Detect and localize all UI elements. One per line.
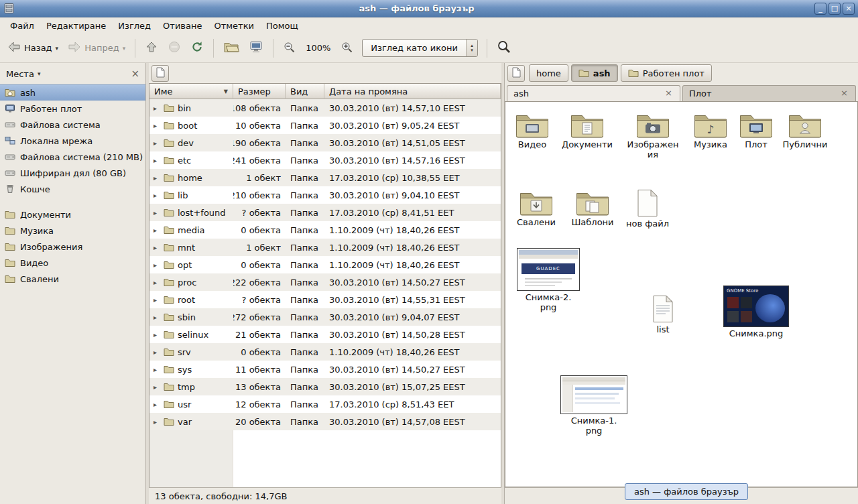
sidebar-item-4[interactable]: Файлова система (210 MB) [0,149,145,165]
back-button[interactable]: Назад ▾ [3,37,62,59]
menu-item-3[interactable]: Отиване [157,19,208,33]
sidebar-item-1[interactable]: Работен плот [0,101,145,117]
forward-button[interactable]: Напред ▾ [64,37,129,59]
icon-label: Снимка-2. png [526,292,572,312]
stop-button[interactable] [164,37,185,59]
tree-row[interactable]: ▸proc222 обектаПапка30.03.2010 (вт) 14,5… [149,273,501,291]
maximize-button[interactable]: □ [829,3,841,15]
menu-item-4[interactable]: Отметки [208,19,259,33]
view-mode-select[interactable]: Изглед като икони ▴▾ [362,39,478,57]
tree-row[interactable]: ▸home1 обектПапка17.03.2010 (ср) 10,38,5… [149,169,501,186]
tree-row[interactable]: ▸var20 обектаПапка30.03.2010 (вт) 14,57,… [149,413,501,430]
zoom-in-button[interactable] [336,38,357,59]
icon-item-2[interactable]: Изображен ия [627,111,678,160]
file-modified: 1.10.2009 (чт) 18,40,26 EEST [324,256,501,273]
tree-row[interactable]: ▸dev190 обектаПапка30.03.2010 (вт) 14,51… [149,134,501,151]
tree-row[interactable]: ▸media0 обектаПапка1.10.2009 (чт) 18,40,… [149,221,501,239]
tree-row[interactable]: ▸srv0 обектаПапка1.10.2009 (чт) 18,40,26… [149,343,501,361]
tree-row[interactable]: ▸bin108 обектаПапка30.03.2010 (вт) 14,57… [149,99,501,117]
sidebar-item-0[interactable]: ash [0,84,145,101]
icon-item-10[interactable]: list [637,295,688,334]
sidebar-separator [0,197,145,206]
icon-item-11[interactable]: GNOME StoreСнимка.png [721,286,791,338]
status-text: 13 обекта, свободни: 14,7GB [155,491,287,501]
tree-row[interactable]: ▸tmp13 обектаПапка30.03.2010 (вт) 15,07,… [149,378,501,395]
forward-dropdown-icon: ▾ [123,45,126,52]
expander-icon: ▸ [154,383,160,391]
icon-item-3[interactable]: ♪Музика [685,111,736,149]
sidebar-item-11[interactable]: Видео [0,255,145,271]
icon-canvas[interactable]: ВидеоДокументиИзображен ия♪МузикаПлотПуб… [505,101,858,487]
sidebar-item-2[interactable]: Файлова система [0,117,145,133]
close-button[interactable]: × [843,3,855,15]
tree-row[interactable]: ▸mnt1 обектПапка1.10.2009 (чт) 18,40,26 … [149,239,501,256]
tree-row[interactable]: ▸sys11 обектаПапка30.03.2010 (вт) 14,50,… [149,361,501,378]
tab-close-icon[interactable]: × [664,88,674,99]
sidebar-item-5[interactable]: Шифриран дял (80 GB) [0,165,145,181]
column-header-modified[interactable]: Дата на промяна [324,84,501,99]
file-name: sbin [178,312,196,322]
folder-icon [164,208,174,217]
location-toggle-button[interactable] [507,65,525,82]
column-header-size[interactable]: Размер [233,84,286,99]
menu-item-1[interactable]: Редактиране [40,19,112,33]
icon-item-4[interactable]: Плот [731,111,782,149]
minimize-button[interactable]: _ [814,3,826,15]
file-name: var [178,417,192,427]
column-header-type[interactable]: Вид [286,84,324,99]
zoom-out-button[interactable] [279,38,300,59]
sidebar-item-8[interactable]: Документи [0,206,145,223]
icon-item-8[interactable]: нов файл [622,189,673,229]
places-title: Места [6,69,34,79]
folder-icon [570,111,605,138]
tab-1[interactable]: Плот× [682,85,856,101]
tree-row[interactable]: ▸selinux21 обектаПапка30.03.2010 (вт) 14… [149,326,501,343]
sidebar-item-10[interactable]: Изображения [0,239,145,255]
column-header-name[interactable]: Име▼ [149,84,233,99]
reload-button[interactable] [186,37,208,59]
location-toggle-button[interactable] [151,65,169,82]
combo-arrows-icon[interactable]: ▴▾ [466,40,477,56]
menu-item-2[interactable]: Изглед [112,19,157,33]
places-close-icon[interactable]: × [131,69,139,78]
tree-row[interactable]: ▸etc241 обектаПапка30.03.2010 (вт) 14,57… [149,151,501,169]
up-button[interactable] [141,37,162,59]
icon-item-9[interactable]: GUADECСнимка-2. png [513,248,583,312]
expander-icon: ▸ [154,279,160,286]
places-selector-icon[interactable]: ▾ [38,70,41,77]
icon-item-12[interactable]: Снимка-1. png [559,375,629,436]
tree-row[interactable]: ▸usr12 обектаПапка17.03.2010 (ср) 8,51,4… [149,395,501,413]
tab-0[interactable]: ash× [507,85,680,101]
tree-row[interactable]: ▸opt0 обектаПапка1.10.2009 (чт) 18,40,26… [149,256,501,273]
icon-item-7[interactable]: Шаблони [567,189,618,227]
folder-icon [788,111,822,138]
menu-item-5[interactable]: Помощ [260,19,304,33]
computer-button[interactable] [245,37,267,59]
menu-item-0[interactable]: Файл [4,19,40,33]
search-button[interactable] [493,36,515,60]
file-size: 1 обект [233,239,286,256]
home-button[interactable] [219,37,243,59]
expander-icon: ▸ [154,209,160,216]
icon-item-6[interactable]: Свалени [511,189,562,227]
sidebar-item-12[interactable]: Свалени [0,271,145,287]
tree-row[interactable]: ▸lib210 обектаПапка30.03.2010 (вт) 9,04,… [149,186,501,204]
sidebar-folder-icon [5,226,15,235]
sidebar-item-3[interactable]: Локална мрежа [0,133,145,149]
tree-row[interactable]: ▸root? обектаПапка30.03.2010 (вт) 14,55,… [149,291,501,308]
pathbar-crumb-0[interactable]: home [529,64,568,82]
pathbar-crumb-1[interactable]: ash [571,64,618,82]
icon-item-1[interactable]: Документи [562,111,613,149]
taskbar-window-button[interactable]: ash — файлов браузър [625,483,748,500]
file-type: Папка [286,117,324,134]
icon-item-0[interactable]: Видео [507,111,558,149]
tree-row[interactable]: ▸sbin272 обектаПапка30.03.2010 (вт) 9,04… [149,308,501,326]
sidebar-item-9[interactable]: Музика [0,223,145,239]
tree-row[interactable]: ▸boot10 обектаПапка30.03.2010 (вт) 9,05,… [149,117,501,134]
pathbar-crumb-2[interactable]: Работен плот [621,64,712,82]
icon-item-5[interactable]: Публични [780,111,831,149]
tree-row[interactable]: ▸lost+found? обектаПапка17.03.2010 (ср) … [149,204,501,221]
tab-close-icon[interactable]: × [839,88,849,99]
sidebar-item-6[interactable]: Кошче [0,181,145,197]
back-dropdown-icon[interactable]: ▾ [56,45,59,52]
